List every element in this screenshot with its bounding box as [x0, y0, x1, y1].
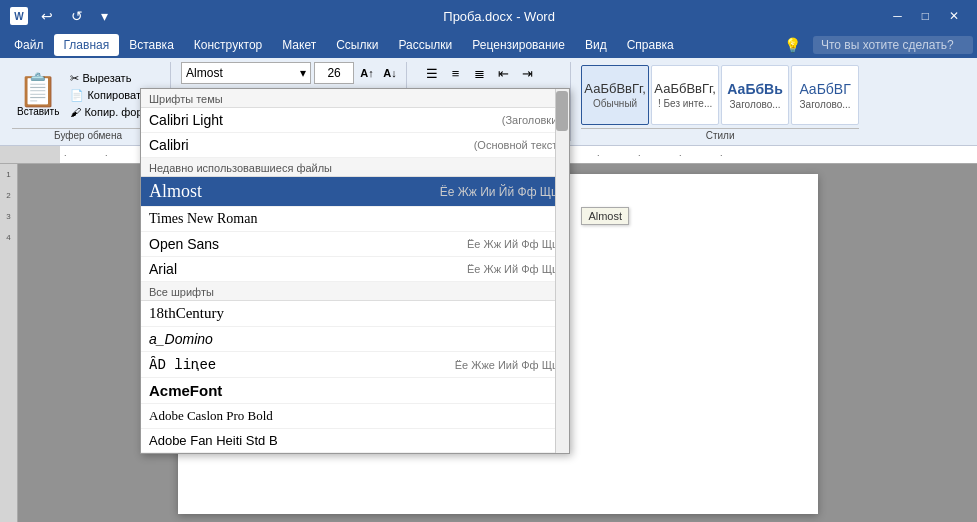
style-heading2-preview: АаБбВГ [799, 81, 850, 97]
font-item-18thcentury[interactable]: 18thCentury [141, 301, 569, 327]
style-no-spacing-label: ! Без инте... [658, 98, 712, 109]
paste-button[interactable]: 📋 Вставить [12, 72, 64, 119]
window-controls: ─ □ ✕ [885, 7, 967, 25]
styles-label: Стили [581, 128, 859, 141]
font-item-adlinea[interactable]: ȂD liꞑee Ёе Жже Иий Фф Щщ [141, 352, 569, 378]
increase-indent-button[interactable]: ⇥ [517, 62, 539, 84]
scrollbar-track[interactable] [555, 89, 569, 453]
font-calibri-preview: (Основной текст) [474, 139, 561, 151]
cut-button[interactable]: ✂ Вырезать [67, 71, 164, 86]
numbering-button[interactable]: ≡ [445, 62, 467, 84]
menu-review[interactable]: Рецензирование [462, 34, 575, 56]
font-almost-name: Almost [149, 181, 202, 202]
font-calibri-light-name: Calibri Light [149, 112, 223, 128]
font-acmefont-name: AcmeFont [149, 382, 222, 399]
font-name-row: Almost ▾ 26 A↑ A↓ [181, 62, 400, 84]
decrease-indent-button[interactable]: ⇤ [493, 62, 515, 84]
menu-design[interactable]: Конструктор [184, 34, 272, 56]
font-dropdown-arrow: ▾ [300, 66, 306, 80]
font-arial-preview: Ёе Жж Ий Фф Щщ [467, 263, 561, 275]
theme-fonts-header: Шрифты темы [141, 89, 569, 108]
tell-me-input[interactable] [813, 36, 973, 54]
scrollbar-thumb[interactable] [556, 91, 568, 131]
recent-fonts-header: Недавно использовавшиеся файлы [141, 158, 569, 177]
font-adomino-name: a_Domino [149, 331, 213, 347]
font-item-almost[interactable]: Almost Ёе Жж Ии Йй Фф Щщ [141, 177, 569, 207]
title-bar: W ↩ ↺ ▾ Проба.docx - Word ─ □ ✕ [0, 0, 977, 32]
font-dropdown-scroll: Шрифты темы Calibri Light (Заголовки) Ca… [141, 89, 569, 453]
font-times-tooltip: Almost [581, 207, 629, 225]
font-calibri-name: Calibri [149, 137, 189, 153]
font-18th-name: 18thCentury [149, 305, 224, 322]
menu-bar: Файл Главная Вставка Конструктор Макет С… [0, 32, 977, 58]
font-arial-name: Arial [149, 261, 177, 277]
quick-access-dropdown[interactable]: ▾ [96, 6, 113, 26]
decrease-font-button[interactable]: A↓ [380, 63, 400, 83]
style-heading1-label: Заголово... [730, 99, 781, 110]
font-size-dropdown[interactable]: 26 [314, 62, 354, 84]
font-almost-preview: Ёе Жж Ии Йй Фф Щщ [440, 185, 561, 199]
close-button[interactable]: ✕ [941, 7, 967, 25]
lightbulb-icon: 💡 [778, 35, 807, 55]
undo-button[interactable]: ↩ [36, 6, 58, 26]
font-times-name: Times New Roman [149, 211, 257, 227]
font-item-calibri[interactable]: Calibri (Основной текст) [141, 133, 569, 158]
word-icon: W [10, 7, 28, 25]
left-ruler: 1 2 3 4 [0, 164, 18, 522]
redo-button[interactable]: ↺ [66, 6, 88, 26]
font-item-adobe-caslon[interactable]: Adobe Caslon Pro Bold [141, 404, 569, 429]
menu-help[interactable]: Справка [617, 34, 684, 56]
increase-font-button[interactable]: A↑ [357, 63, 377, 83]
style-normal[interactable]: АаБбВвГг, Обычный [581, 65, 649, 125]
font-name-dropdown[interactable]: Almost ▾ [181, 62, 311, 84]
font-item-arial[interactable]: Arial Ёе Жж Ий Фф Щщ [141, 257, 569, 282]
window-title: Проба.docx - Word [443, 9, 555, 24]
font-adobe-caslon-name: Adobe Caslon Pro Bold [149, 408, 273, 424]
font-adlinea-preview: Ёе Жже Иий Фф Щщ [455, 359, 561, 371]
styles-content: АаБбВвГг, Обычный АаБбВвГг, ! Без инте..… [581, 62, 859, 128]
menu-insert[interactable]: Вставка [119, 34, 184, 56]
all-fonts-header: Все шрифты [141, 282, 569, 301]
style-normal-label: Обычный [593, 98, 637, 109]
font-item-calibri-light[interactable]: Calibri Light (Заголовки) [141, 108, 569, 133]
font-calibri-light-preview: (Заголовки) [502, 114, 561, 126]
style-heading2[interactable]: АаБбВГ Заголово... [791, 65, 859, 125]
font-item-adomino[interactable]: a_Domino [141, 327, 569, 352]
menu-layout[interactable]: Макет [272, 34, 326, 56]
font-adobe-fan-name: Adobe Fan Heiti Std B [149, 433, 278, 448]
styles-items: АаБбВвГг, Обычный АаБбВвГг, ! Без инте..… [581, 65, 859, 125]
style-normal-preview: АаБбВвГг, [584, 81, 645, 96]
style-heading1-preview: АаБбВь [727, 81, 783, 97]
font-item-opensans[interactable]: Open Sans Ёе Жж Ий Фф Щщ [141, 232, 569, 257]
style-heading2-label: Заголово... [800, 99, 851, 110]
style-heading1[interactable]: АаБбВь Заголово... [721, 65, 789, 125]
title-bar-left: W ↩ ↺ ▾ [10, 6, 113, 26]
minimize-button[interactable]: ─ [885, 7, 910, 25]
styles-group: АаБбВвГг, Обычный АаБбВвГг, ! Без инте..… [575, 62, 865, 141]
menu-file[interactable]: Файл [4, 34, 54, 56]
menu-mailings[interactable]: Рассылки [388, 34, 462, 56]
font-item-times[interactable]: Times New Roman Almost [141, 207, 569, 232]
paste-label: Вставить [17, 106, 59, 117]
style-no-spacing[interactable]: АаБбВвГг, ! Без инте... [651, 65, 719, 125]
font-dropdown-panel: Шрифты темы Calibri Light (Заголовки) Ca… [140, 88, 570, 454]
font-name-value: Almost [186, 66, 223, 80]
bullets-button[interactable]: ☰ [421, 62, 443, 84]
maximize-button[interactable]: □ [914, 7, 937, 25]
font-item-adobe-fan[interactable]: Adobe Fan Heiti Std B [141, 429, 569, 453]
multilevel-button[interactable]: ≣ [469, 62, 491, 84]
menu-references[interactable]: Ссылки [326, 34, 388, 56]
font-adlinea-name: ȂD liꞑee [149, 356, 216, 373]
menu-view[interactable]: Вид [575, 34, 617, 56]
font-size-value: 26 [327, 66, 340, 80]
style-no-spacing-preview: АаБбВвГг, [654, 81, 715, 96]
font-opensans-name: Open Sans [149, 236, 219, 252]
font-item-acmefont[interactable]: AcmeFont [141, 378, 569, 404]
menu-home[interactable]: Главная [54, 34, 120, 56]
font-opensans-preview: Ёе Жж Ий Фф Щщ [467, 238, 561, 250]
